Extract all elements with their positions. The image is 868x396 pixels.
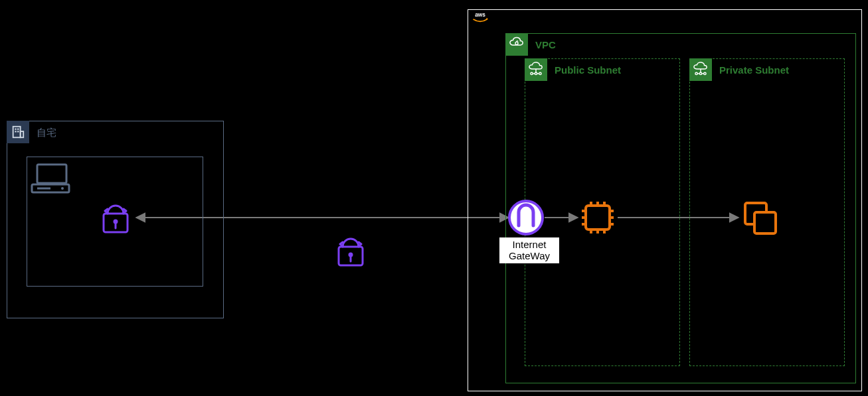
vpc-label: VPC (535, 39, 556, 50)
internet-gateway-icon (507, 199, 545, 236)
svg-point-26 (695, 72, 697, 74)
svg-point-19 (535, 72, 537, 74)
public-subnet-icon (525, 58, 547, 81)
aws-logo: aws (468, 9, 492, 25)
svg-point-27 (704, 72, 706, 74)
svg-rect-32 (586, 206, 610, 230)
svg-rect-3 (15, 131, 16, 132)
svg-point-25 (699, 72, 701, 74)
building-icon (7, 121, 29, 143)
svg-point-21 (539, 72, 541, 74)
home-label: 自宅 (37, 127, 56, 139)
svg-rect-0 (13, 127, 21, 138)
svg-text:aws: aws (475, 12, 485, 18)
public-subnet-label: Public Subnet (555, 64, 621, 76)
svg-rect-5 (21, 131, 24, 137)
private-resource-icon (741, 199, 780, 237)
compute-icon (579, 199, 616, 236)
lock-icon (333, 233, 368, 268)
svg-point-20 (531, 72, 533, 74)
internet-gateway-label: InternetGateWay (499, 237, 559, 263)
svg-rect-6 (37, 165, 66, 183)
private-subnet-label: Private Subnet (719, 64, 789, 76)
private-subnet-icon (689, 58, 712, 81)
svg-point-9 (61, 187, 64, 190)
client-computer-icon (31, 162, 70, 195)
svg-rect-4 (17, 131, 19, 132)
vpc-icon (505, 33, 528, 56)
diagram-canvas: 自宅 aw (0, 0, 868, 396)
svg-rect-1 (15, 129, 16, 130)
lock-icon (98, 200, 133, 235)
svg-rect-2 (17, 129, 19, 130)
svg-rect-46 (754, 212, 776, 233)
